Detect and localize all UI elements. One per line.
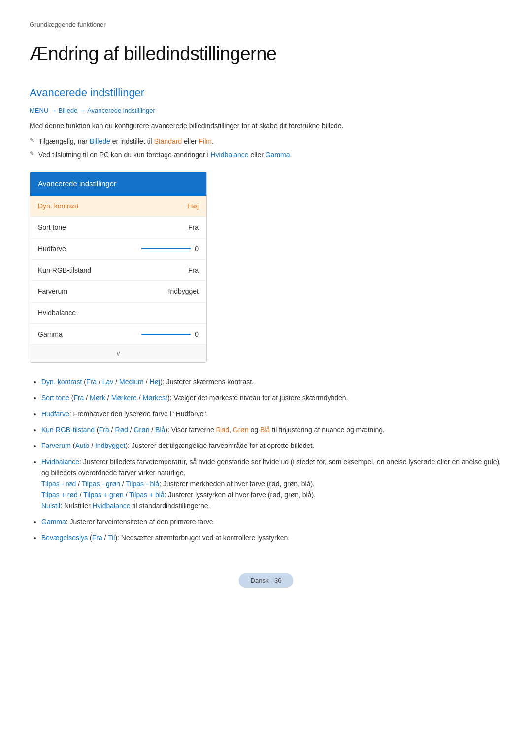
page-footer: Dansk - 36 — [239, 573, 294, 588]
bullet-bevaegelseslys: Bevægelseslys (Fra / Til): Nedsætter str… — [41, 532, 502, 543]
menu-item-slider-value: 0 — [141, 329, 199, 340]
menu-item-kun-rgb[interactable]: Kun RGB-tilstand Fra — [30, 260, 206, 281]
chevron-down-icon — [30, 345, 206, 362]
menu-path: MENU → Billede → Avancerede indstillinge… — [30, 106, 502, 116]
menu-item-slider-value: 0 — [141, 243, 199, 254]
intro-text: Med denne funktion kan du konfigurere av… — [30, 120, 502, 131]
note-item-2: Ved tilslutning til en PC kan du kun for… — [30, 149, 502, 160]
slider-number: 0 — [195, 243, 199, 254]
slider-number: 0 — [195, 329, 199, 340]
bullet-sort-tone: Sort tone (Fra / Mørk / Mørkere / Mørkes… — [41, 392, 502, 403]
breadcrumb: Grundlæggende funktioner — [30, 20, 502, 30]
menu-box-header: Avancerede indstillinger — [30, 172, 206, 196]
bullet-dyn-kontrast: Dyn. kontrast (Fra / Lav / Medium / Høj)… — [41, 377, 502, 387]
description-list: Dyn. kontrast (Fra / Lav / Medium / Høj)… — [30, 377, 502, 544]
menu-item-name: Farverum — [38, 286, 67, 297]
menu-item-farverum[interactable]: Farverum Indbygget — [30, 281, 206, 302]
menu-item-name: Kun RGB-tilstand — [38, 265, 91, 275]
menu-item-name: Hvidbalance — [38, 308, 76, 318]
footer-wrap: Dansk - 36 — [30, 573, 502, 588]
menu-item-value: Fra — [188, 222, 199, 233]
note-item-1: Tilgængelig, når Billede er indstillet t… — [30, 136, 502, 147]
notes-list: Tilgængelig, når Billede er indstillet t… — [30, 136, 502, 161]
menu-item-dyn-kontrast[interactable]: Dyn. kontrast Høj — [30, 196, 206, 217]
menu-item-name: Hudfarve — [38, 243, 66, 254]
slider-bar — [141, 248, 191, 249]
bullet-hudfarve: Hudfarve: Fremhæver den lyserøde farve i… — [41, 409, 502, 419]
menu-item-sort-tone[interactable]: Sort tone Fra — [30, 217, 206, 238]
menu-item-value: Fra — [188, 265, 199, 275]
bullet-kun-rgb: Kun RGB-tilstand (Fra / Rød / Grøn / Blå… — [41, 424, 502, 435]
menu-item-gamma[interactable]: Gamma 0 — [30, 324, 206, 345]
menu-box: Avancerede indstillinger Dyn. kontrast H… — [30, 172, 207, 363]
slider-bar — [141, 334, 191, 335]
menu-item-name: Gamma — [38, 329, 63, 340]
menu-item-hvidbalance[interactable]: Hvidbalance — [30, 303, 206, 324]
bullet-hvidbalance: Hvidbalance: Justerer billedets farvetem… — [41, 456, 502, 512]
page-title: Ændring af billedindstillingerne — [30, 39, 502, 69]
bullet-gamma: Gamma: Justerer farveintensiteten af den… — [41, 516, 502, 527]
menu-item-name: Dyn. kontrast — [38, 201, 78, 211]
menu-path-text: MENU → Billede → Avancerede indstillinge… — [30, 107, 155, 114]
section-title: Avancerede indstillinger — [30, 84, 502, 101]
menu-item-value: Indbygget — [168, 286, 199, 297]
menu-item-hudfarve[interactable]: Hudfarve 0 — [30, 239, 206, 260]
menu-item-value: Høj — [188, 201, 199, 211]
menu-item-name: Sort tone — [38, 222, 66, 233]
bullet-farverum: Farverum (Auto / Indbygget): Justerer de… — [41, 440, 502, 451]
